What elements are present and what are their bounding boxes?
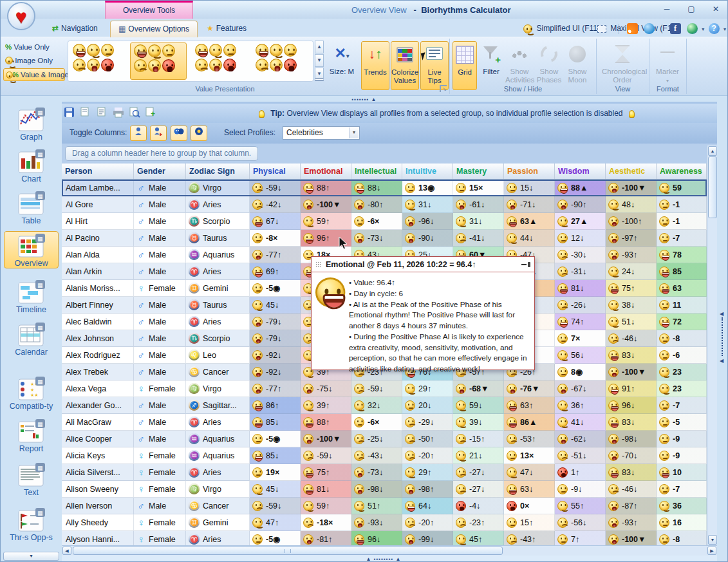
value-cell-emotional[interactable]: -75↓ <box>301 380 351 397</box>
value-cell-wisdom[interactable]: 7↑ <box>555 531 606 545</box>
sidebar-item-thr-s-opp-s[interactable]: ▦Thr-s Opp-s <box>4 506 59 542</box>
person-cell[interactable]: Al Gore <box>62 196 134 213</box>
column-header-wisdom[interactable]: Wisdom <box>555 164 606 179</box>
value-cell-passion[interactable]: -53↑ <box>504 431 555 447</box>
value-cell-intuitive[interactable]: -99↓ <box>402 531 453 545</box>
value-cell-aesthetic[interactable]: -87↑ <box>606 498 657 514</box>
gender-cell[interactable]: ♀Female <box>134 380 186 397</box>
globe-dropdown-icon[interactable] <box>687 23 698 34</box>
value-cell-mastery[interactable]: -23↑ <box>453 514 504 531</box>
value-cell-physical[interactable]: -77↑ <box>250 380 301 397</box>
value-cell-intuitive[interactable]: -20↑ <box>402 447 453 464</box>
value-cell-physical[interactable]: -42↓ <box>250 196 301 213</box>
value-cell-mastery[interactable]: 45↑ <box>453 531 504 545</box>
table-row[interactable]: Alexa Vega♀Female♍Virgo-77↑-75↓-59↓29↑-6… <box>62 380 707 397</box>
gallery-scroll-up-icon[interactable]: ▲ <box>315 41 324 53</box>
value-cell-awareness[interactable]: -9 <box>657 431 707 447</box>
gender-cell[interactable]: ♀Female <box>134 447 186 464</box>
person-cell[interactable]: Alan Arkin <box>62 263 134 280</box>
value-cell-wisdom[interactable]: 41↓ <box>555 414 606 431</box>
value-cell-passion[interactable]: 86▲ <box>504 414 555 431</box>
value-cell-passion[interactable]: 15↓ <box>504 180 555 196</box>
tab-navigation[interactable]: ⇄Navigation <box>44 21 106 37</box>
value-cell-aesthetic[interactable]: -93↑ <box>606 247 657 263</box>
scroll-down-icon[interactable]: ▼ <box>708 535 717 545</box>
value-cell-passion[interactable]: 15↑ <box>504 514 555 531</box>
table-row[interactable]: Alyson Hanni...♀Female♈Aries-5◉-81↑96↓-9… <box>62 531 707 545</box>
value-cell-awareness[interactable]: -1 <box>657 213 707 230</box>
value-cell-aesthetic[interactable]: -97↑ <box>606 230 657 247</box>
value-cell-physical[interactable]: 85↓ <box>250 414 301 431</box>
value-cell-wisdom[interactable]: -90↑ <box>555 196 606 213</box>
zodiac-cell[interactable]: ♈Aries <box>186 464 250 481</box>
value-cell-intellectual[interactable]: -43↓ <box>351 447 402 464</box>
simplified-ui-button[interactable]: Simplified UI (F11) <box>521 22 600 36</box>
filter-button[interactable]: + Filter <box>478 41 504 90</box>
value-cell-emotional[interactable]: 59↑ <box>301 213 351 230</box>
value-cell-emotional[interactable]: 88↑ <box>301 180 351 196</box>
value-cell-physical[interactable]: 19× <box>250 464 301 481</box>
tab-overview-options[interactable]: ▦Overview Options <box>110 21 198 37</box>
toggle-person-column-button[interactable] <box>130 126 147 141</box>
person-cell[interactable]: Alicia Silverst... <box>62 464 134 481</box>
value-cell-wisdom[interactable]: 1↑ <box>555 464 606 481</box>
value-cell-passion[interactable]: 13× <box>504 447 555 464</box>
sidebar-item-table[interactable]: ▦Table <box>4 189 59 225</box>
sidebar-item-timeline[interactable]: ▦Timeline <box>4 278 59 314</box>
value-cell-intuitive[interactable]: 31↓ <box>402 196 453 213</box>
value-cell-intuitive[interactable]: -90↓ <box>402 230 453 247</box>
value-cell-aesthetic[interactable]: 91↑ <box>606 380 657 397</box>
zodiac-cell[interactable]: ♏Scorpio <box>186 330 250 347</box>
value-cell-mastery[interactable]: -27↓ <box>453 481 504 498</box>
value-cell-wisdom[interactable]: 55↑ <box>555 498 606 514</box>
value-cell-awareness[interactable]: -8 <box>657 330 707 347</box>
person-cell[interactable]: Alison Sweeny <box>62 481 134 498</box>
value-cell-mastery[interactable]: 21↓ <box>453 447 504 464</box>
value-cell-physical[interactable]: 67↓ <box>250 213 301 230</box>
value-cell-wisdom[interactable]: -67↓ <box>555 380 606 397</box>
value-cell-awareness[interactable]: 23 <box>657 364 707 380</box>
table-row[interactable]: Al Gore♂Male♈Aries-42↓-100▼-80↑31↓-61↓-7… <box>62 196 707 213</box>
column-header-physical[interactable]: Physical <box>250 164 301 179</box>
value-cell-intellectual[interactable]: -6× <box>351 213 402 230</box>
value-cell-aesthetic[interactable]: 24↓ <box>606 263 657 280</box>
collapse-arrow-icon[interactable]: ◀ <box>720 311 723 317</box>
dialog-launcher-icon[interactable]: ↘ <box>440 85 447 92</box>
value-cell-physical[interactable]: -59↓ <box>250 180 301 196</box>
value-cell-wisdom[interactable]: 12↓ <box>555 230 606 247</box>
table-row[interactable]: Alexander Go...♂Male♐Sagittar...86↑39↑32… <box>62 397 707 414</box>
zodiac-cell[interactable]: ♉Taurus <box>186 230 250 247</box>
value-cell-intellectual[interactable]: -80↑ <box>351 196 402 213</box>
person-cell[interactable]: Alice Cooper <box>62 431 134 447</box>
smiley-set-4[interactable] <box>252 42 309 80</box>
gender-cell[interactable]: ♂Male <box>134 297 186 314</box>
zodiac-cell[interactable]: ♈Aries <box>186 531 250 545</box>
value-cell-physical[interactable]: -5◉ <box>250 531 301 545</box>
copy-icon[interactable] <box>96 107 108 118</box>
collapse-arrow-icon[interactable]: ◀ <box>720 358 723 364</box>
scroll-left-icon[interactable]: ◀ <box>62 547 71 555</box>
zodiac-cell[interactable]: ♒Aquarius <box>186 247 250 263</box>
value-cell-aesthetic[interactable]: -93↑ <box>606 514 657 531</box>
value-cell-mastery[interactable]: 39↓ <box>453 414 504 431</box>
value-cell-physical[interactable]: -92↓ <box>250 364 301 380</box>
zodiac-cell[interactable]: ♒Aquarius <box>186 431 250 447</box>
value-cell-awareness[interactable]: 85 <box>657 263 707 280</box>
live-tips-button[interactable]: Live Tips <box>420 41 449 90</box>
table-row[interactable]: Alison Sweeny♀Female♍Virgo45↓81↓-98↓-98↑… <box>62 481 707 498</box>
zodiac-cell[interactable]: ♒Aquarius <box>186 447 250 464</box>
table-row[interactable]: Al Hirt♂Male♏Scorpio67↓59↑-6×-96↓31↓63▲2… <box>62 213 707 230</box>
value-cell-physical[interactable]: 69↑ <box>250 263 301 280</box>
value-cell-wisdom[interactable]: 88▲ <box>555 180 606 196</box>
value-cell-passion[interactable]: 0× <box>504 498 555 514</box>
column-header-aesthetic[interactable]: Aesthetic <box>606 164 657 179</box>
value-cell-awareness[interactable]: -7 <box>657 397 707 414</box>
value-cell-awareness[interactable]: 11 <box>657 297 707 314</box>
bottom-splitter-handle[interactable]: ▲ ▪▪▪▪▪▪▪▪ ▲ <box>345 556 422 562</box>
value-cell-awareness[interactable]: 16 <box>657 514 707 531</box>
zodiac-cell[interactable]: ♈Aries <box>186 414 250 431</box>
value-cell-intuitive[interactable]: 64↓ <box>402 498 453 514</box>
value-cell-wisdom[interactable]: 56↓ <box>555 347 606 364</box>
value-cell-awareness[interactable]: 23 <box>657 380 707 397</box>
gender-cell[interactable]: ♂Male <box>134 213 186 230</box>
